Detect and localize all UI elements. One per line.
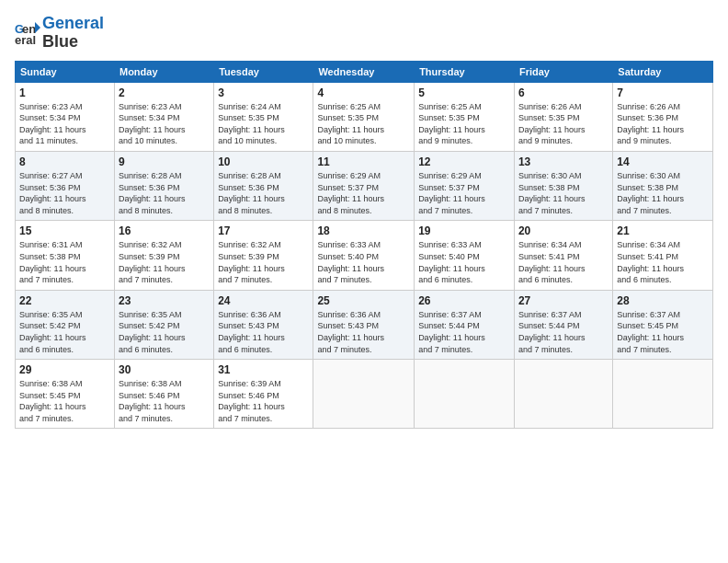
day-info: Sunrise: 6:37 AMSunset: 5:44 PMDaylight:… [518, 309, 609, 355]
calendar-cell: 5Sunrise: 6:25 AMSunset: 5:35 PMDaylight… [415, 82, 515, 151]
day-info: Sunrise: 6:32 AMSunset: 5:39 PMDaylight:… [119, 239, 210, 285]
day-info: Sunrise: 6:25 AMSunset: 5:35 PMDaylight:… [418, 101, 510, 147]
calendar-cell: 3Sunrise: 6:24 AMSunset: 5:35 PMDaylight… [214, 82, 313, 151]
calendar-body: 1Sunrise: 6:23 AMSunset: 5:34 PMDaylight… [16, 82, 713, 429]
logo-icon: G en eral [15, 20, 40, 46]
calendar-cell: 8Sunrise: 6:27 AMSunset: 5:36 PMDaylight… [16, 151, 115, 220]
day-info: Sunrise: 6:33 AMSunset: 5:40 PMDaylight:… [418, 239, 510, 285]
header: G en eral GeneralBlue [15, 15, 713, 52]
calendar-cell: 6Sunrise: 6:26 AMSunset: 5:35 PMDaylight… [514, 82, 612, 151]
weekday-header: Tuesday [214, 61, 313, 82]
calendar-cell: 10Sunrise: 6:28 AMSunset: 5:36 PMDayligh… [214, 151, 313, 220]
weekday-header: Thursday [415, 61, 515, 82]
day-info: Sunrise: 6:36 AMSunset: 5:43 PMDaylight:… [317, 309, 410, 355]
calendar-cell: 18Sunrise: 6:33 AMSunset: 5:40 PMDayligh… [313, 221, 415, 290]
day-number: 3 [218, 86, 309, 99]
weekday-header: Sunday [16, 61, 115, 82]
day-number: 30 [119, 363, 210, 376]
day-number: 13 [518, 155, 609, 168]
calendar-cell: 24Sunrise: 6:36 AMSunset: 5:43 PMDayligh… [214, 290, 313, 359]
day-info: Sunrise: 6:37 AMSunset: 5:44 PMDaylight:… [418, 309, 510, 355]
day-number: 15 [19, 224, 110, 237]
calendar-cell: 11Sunrise: 6:29 AMSunset: 5:37 PMDayligh… [313, 151, 415, 220]
weekday-header: Monday [114, 61, 213, 82]
day-number: 20 [518, 224, 609, 237]
calendar-cell [415, 360, 515, 429]
calendar-cell: 4Sunrise: 6:25 AMSunset: 5:35 PMDaylight… [313, 82, 415, 151]
calendar-header: SundayMondayTuesdayWednesdayThursdayFrid… [16, 61, 713, 82]
calendar-cell: 16Sunrise: 6:32 AMSunset: 5:39 PMDayligh… [114, 221, 213, 290]
day-number: 27 [518, 294, 609, 307]
day-number: 26 [418, 294, 510, 307]
calendar-cell: 20Sunrise: 6:34 AMSunset: 5:41 PMDayligh… [514, 221, 612, 290]
day-info: Sunrise: 6:23 AMSunset: 5:34 PMDaylight:… [19, 101, 110, 147]
day-number: 9 [119, 155, 210, 168]
day-info: Sunrise: 6:31 AMSunset: 5:38 PMDaylight:… [19, 239, 110, 285]
day-number: 24 [218, 294, 309, 307]
calendar-cell: 15Sunrise: 6:31 AMSunset: 5:38 PMDayligh… [16, 221, 115, 290]
day-number: 11 [317, 155, 410, 168]
day-info: Sunrise: 6:34 AMSunset: 5:41 PMDaylight:… [617, 239, 709, 285]
svg-text:eral: eral [15, 33, 36, 46]
day-info: Sunrise: 6:38 AMSunset: 5:45 PMDaylight:… [19, 378, 110, 424]
calendar-cell: 22Sunrise: 6:35 AMSunset: 5:42 PMDayligh… [16, 290, 115, 359]
day-info: Sunrise: 6:36 AMSunset: 5:43 PMDaylight:… [218, 309, 309, 355]
calendar-cell [613, 360, 713, 429]
day-info: Sunrise: 6:30 AMSunset: 5:38 PMDaylight:… [518, 170, 609, 216]
day-info: Sunrise: 6:26 AMSunset: 5:36 PMDaylight:… [617, 101, 709, 147]
calendar-cell: 1Sunrise: 6:23 AMSunset: 5:34 PMDaylight… [16, 82, 115, 151]
day-number: 25 [317, 294, 410, 307]
day-info: Sunrise: 6:39 AMSunset: 5:46 PMDaylight:… [218, 378, 309, 424]
day-info: Sunrise: 6:34 AMSunset: 5:41 PMDaylight:… [518, 239, 609, 285]
day-info: Sunrise: 6:32 AMSunset: 5:39 PMDaylight:… [218, 239, 309, 285]
day-info: Sunrise: 6:25 AMSunset: 5:35 PMDaylight:… [317, 101, 410, 147]
calendar-cell: 12Sunrise: 6:29 AMSunset: 5:37 PMDayligh… [415, 151, 515, 220]
calendar-cell: 7Sunrise: 6:26 AMSunset: 5:36 PMDaylight… [613, 82, 713, 151]
day-info: Sunrise: 6:30 AMSunset: 5:38 PMDaylight:… [617, 170, 709, 216]
day-info: Sunrise: 6:33 AMSunset: 5:40 PMDaylight:… [317, 239, 410, 285]
day-number: 28 [617, 294, 709, 307]
logo-text: GeneralBlue [42, 15, 104, 52]
day-info: Sunrise: 6:29 AMSunset: 5:37 PMDaylight:… [418, 170, 510, 216]
day-number: 5 [418, 86, 510, 99]
day-number: 12 [418, 155, 510, 168]
day-info: Sunrise: 6:27 AMSunset: 5:36 PMDaylight:… [19, 170, 110, 216]
day-info: Sunrise: 6:35 AMSunset: 5:42 PMDaylight:… [119, 309, 210, 355]
weekday-row: SundayMondayTuesdayWednesdayThursdayFrid… [16, 61, 713, 82]
logo: G en eral GeneralBlue [15, 15, 104, 52]
day-number: 22 [19, 294, 110, 307]
day-number: 23 [119, 294, 210, 307]
day-number: 10 [218, 155, 309, 168]
calendar-cell: 14Sunrise: 6:30 AMSunset: 5:38 PMDayligh… [613, 151, 713, 220]
day-number: 19 [418, 224, 510, 237]
calendar-cell: 29Sunrise: 6:38 AMSunset: 5:45 PMDayligh… [16, 360, 115, 429]
day-number: 1 [19, 86, 110, 99]
day-number: 8 [19, 155, 110, 168]
calendar-cell: 28Sunrise: 6:37 AMSunset: 5:45 PMDayligh… [613, 290, 713, 359]
day-number: 14 [617, 155, 709, 168]
day-number: 16 [119, 224, 210, 237]
day-info: Sunrise: 6:38 AMSunset: 5:46 PMDaylight:… [119, 378, 210, 424]
calendar-cell [313, 360, 415, 429]
calendar-cell: 25Sunrise: 6:36 AMSunset: 5:43 PMDayligh… [313, 290, 415, 359]
day-info: Sunrise: 6:35 AMSunset: 5:42 PMDaylight:… [19, 309, 110, 355]
weekday-header: Wednesday [313, 61, 415, 82]
calendar-cell: 2Sunrise: 6:23 AMSunset: 5:34 PMDaylight… [114, 82, 213, 151]
day-number: 17 [218, 224, 309, 237]
day-info: Sunrise: 6:28 AMSunset: 5:36 PMDaylight:… [119, 170, 210, 216]
calendar-cell: 17Sunrise: 6:32 AMSunset: 5:39 PMDayligh… [214, 221, 313, 290]
day-number: 6 [518, 86, 609, 99]
calendar: SundayMondayTuesdayWednesdayThursdayFrid… [15, 61, 713, 430]
day-number: 21 [617, 224, 709, 237]
day-info: Sunrise: 6:26 AMSunset: 5:35 PMDaylight:… [518, 101, 609, 147]
calendar-cell: 21Sunrise: 6:34 AMSunset: 5:41 PMDayligh… [613, 221, 713, 290]
page: G en eral GeneralBlue SundayMondayTuesda… [0, 0, 728, 563]
day-number: 4 [317, 86, 410, 99]
day-info: Sunrise: 6:23 AMSunset: 5:34 PMDaylight:… [119, 101, 210, 147]
day-number: 29 [19, 363, 110, 376]
calendar-cell: 31Sunrise: 6:39 AMSunset: 5:46 PMDayligh… [214, 360, 313, 429]
day-number: 18 [317, 224, 410, 237]
svg-marker-3 [35, 22, 40, 33]
calendar-cell: 9Sunrise: 6:28 AMSunset: 5:36 PMDaylight… [114, 151, 213, 220]
calendar-cell: 19Sunrise: 6:33 AMSunset: 5:40 PMDayligh… [415, 221, 515, 290]
